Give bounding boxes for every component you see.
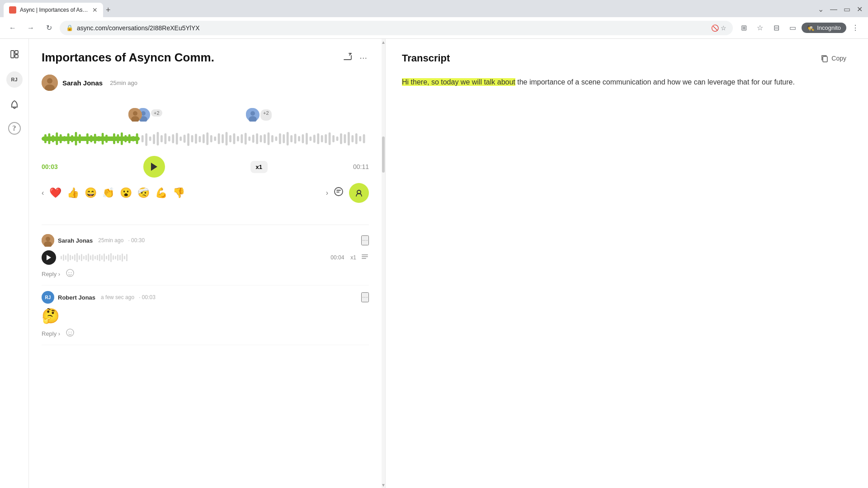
reaction-heart[interactable]: ❤️ xyxy=(47,184,64,202)
svg-rect-61 xyxy=(218,133,220,144)
listener-avatar-1 xyxy=(127,107,141,121)
tab-maximize-button[interactable]: ▭ xyxy=(842,3,852,15)
svg-rect-64 xyxy=(229,135,231,142)
comment-2-emoji: 🤔 xyxy=(42,307,369,324)
comment-1-more[interactable]: ··· xyxy=(361,235,369,245)
browser-window: Async | Importances of Asyncn Co... ✕ + … xyxy=(0,0,868,488)
url-bar[interactable]: 🔒 async.com/conversations/2I88ReXEu5YlYX… xyxy=(60,21,733,35)
comment-1-speed: x1 xyxy=(350,254,356,261)
svg-rect-89 xyxy=(325,134,327,143)
reaction-thumbsdown[interactable]: 👎 xyxy=(170,184,188,202)
listener-count-1: +2 xyxy=(151,109,162,117)
comments-section: Sarah Jonas 25min ago · 00:30 ··· xyxy=(42,229,369,488)
more-options-button[interactable]: ··· xyxy=(358,50,369,66)
svg-rect-78 xyxy=(283,134,285,143)
transcript-title: Transcript xyxy=(402,52,815,64)
svg-rect-92 xyxy=(336,136,339,141)
sidebar-help-icon[interactable]: ? xyxy=(8,122,21,135)
speed-button[interactable]: x1 xyxy=(250,161,268,173)
tab-search-button[interactable]: ⊟ xyxy=(769,21,783,35)
svg-rect-116 xyxy=(823,56,827,62)
play-button[interactable] xyxy=(143,156,165,178)
bookmark-button[interactable]: ☆ xyxy=(753,21,767,35)
waveform[interactable] xyxy=(42,125,369,152)
sidebar-rj-icon[interactable]: RJ xyxy=(6,71,23,88)
svg-rect-58 xyxy=(206,132,208,145)
svg-rect-52 xyxy=(184,135,186,143)
tab-title: Async | Importances of Asyncn Co... xyxy=(20,7,89,13)
svg-rect-27 xyxy=(86,133,89,144)
tab-bar-right: ⌄ — ▭ ✕ xyxy=(816,3,864,17)
svg-rect-18 xyxy=(52,135,54,142)
reaction-clap[interactable]: 👏 xyxy=(99,184,117,202)
comment-button[interactable] xyxy=(331,184,346,202)
star-icon[interactable]: ☆ xyxy=(721,24,726,32)
comment-2-duration: · 00:03 xyxy=(139,294,156,300)
comment-1-react-button[interactable] xyxy=(66,268,75,280)
reaction-laugh[interactable]: 😄 xyxy=(82,184,99,202)
comment-2-reply-button[interactable]: Reply › xyxy=(42,330,60,337)
header-actions: ··· xyxy=(340,50,369,66)
comment-1-time-display: 00:04 xyxy=(330,254,344,261)
comment-2-author: Robert Jonas xyxy=(58,294,95,301)
tab-close-window-button[interactable]: ✕ xyxy=(855,3,864,15)
tab-restore-button[interactable]: — xyxy=(828,4,839,15)
svg-rect-29 xyxy=(94,134,96,144)
new-tab-button[interactable]: + xyxy=(103,3,113,17)
reaction-wow[interactable]: 😮 xyxy=(117,184,135,202)
scrollbar-thumb[interactable] xyxy=(382,136,385,173)
comment-1-reply-button[interactable]: Reply › xyxy=(42,271,60,277)
svg-marker-106 xyxy=(47,255,51,260)
svg-rect-95 xyxy=(348,132,350,145)
conversation-title: Importances of Asyncn Comm. xyxy=(42,51,335,65)
comment-1-play[interactable] xyxy=(42,250,56,265)
svg-rect-57 xyxy=(203,134,205,143)
tab-bar: Async | Importances of Asyncn Co... ✕ + … xyxy=(0,0,868,17)
transcript-header: Transcript Copy xyxy=(402,52,852,65)
scrollbar-down[interactable]: ▼ xyxy=(382,482,385,488)
svg-rect-39 xyxy=(132,136,134,141)
forward-button[interactable]: → xyxy=(24,21,38,35)
share-button[interactable] xyxy=(340,50,354,66)
scrollbar-up[interactable]: ▲ xyxy=(382,39,385,45)
refresh-button[interactable]: ↻ xyxy=(42,21,56,35)
svg-rect-63 xyxy=(226,132,228,145)
comment-2-header: RJ Robert Jonas a few sec ago · 00:03 ··… xyxy=(42,291,369,304)
reaction-thumbsup[interactable]: 👍 xyxy=(64,184,82,202)
svg-rect-0 xyxy=(11,51,14,58)
reaction-sick[interactable]: 🤕 xyxy=(135,184,152,202)
svg-rect-24 xyxy=(75,132,77,145)
comment-1-transcript-btn[interactable] xyxy=(361,253,369,263)
sidebar-panel-icon[interactable] xyxy=(6,46,23,62)
tab-close-button[interactable]: ✕ xyxy=(92,6,98,14)
copy-button[interactable]: Copy xyxy=(815,52,852,65)
reply-2-label: Reply › xyxy=(42,330,60,337)
menu-button[interactable]: ⋮ xyxy=(848,21,863,35)
svg-rect-55 xyxy=(195,134,197,144)
comment-2-react-button[interactable] xyxy=(66,328,75,339)
reaction-flex[interactable]: 💪 xyxy=(152,184,170,202)
svg-rect-49 xyxy=(172,134,174,143)
reaction-scroll-left[interactable]: ‹ xyxy=(42,189,44,197)
svg-rect-19 xyxy=(56,132,58,145)
svg-rect-73 xyxy=(264,134,266,143)
svg-rect-2 xyxy=(15,55,18,58)
svg-rect-25 xyxy=(79,134,81,143)
sidebar-toggle-button[interactable]: ▭ xyxy=(785,21,800,35)
svg-rect-23 xyxy=(71,135,73,142)
comment-2-more[interactable]: ··· xyxy=(361,292,369,302)
svg-rect-83 xyxy=(302,134,304,143)
comment-1-audio: 00:04 x1 xyxy=(42,250,369,265)
incognito-button[interactable]: 🕵 Incognito xyxy=(802,23,846,33)
back-button[interactable]: ← xyxy=(5,21,20,35)
svg-rect-68 xyxy=(245,133,247,145)
extensions-button[interactable]: ⊞ xyxy=(736,21,751,35)
svg-rect-81 xyxy=(294,134,297,144)
url-text: async.com/conversations/2I88ReXEu5YlYX xyxy=(77,24,200,32)
tab-minimize-button[interactable]: ⌄ xyxy=(816,3,826,15)
reaction-scroll-right[interactable]: › xyxy=(326,189,328,197)
sidebar-notifications-icon[interactable] xyxy=(6,97,23,113)
active-tab[interactable]: Async | Importances of Asyncn Co... ✕ xyxy=(4,3,103,17)
speed-label: x1 xyxy=(256,164,262,170)
record-button[interactable] xyxy=(349,183,369,203)
